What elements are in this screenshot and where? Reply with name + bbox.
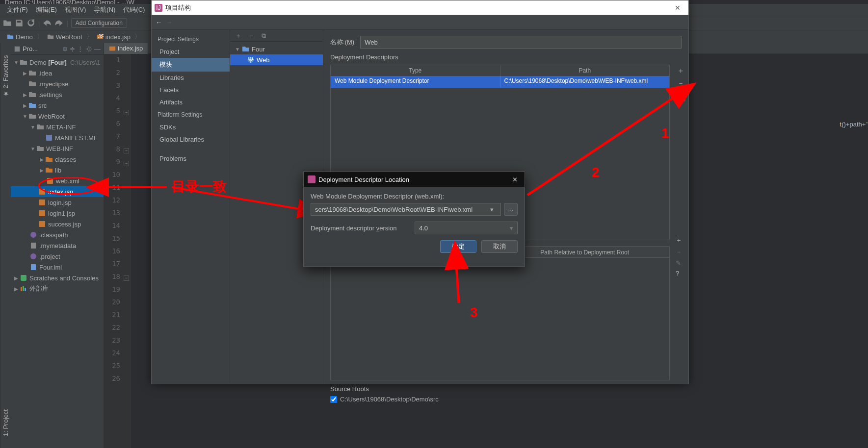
ps-nav-project[interactable]: Project — [152, 46, 230, 58]
ps-nav-sdks[interactable]: SDKs — [152, 121, 230, 133]
menu-code[interactable]: 代码(C) — [120, 4, 148, 15]
tree-myeclipse[interactable]: .myeclipse — [11, 78, 104, 89]
dd-table-row[interactable]: Web Module Deployment Descriptor C:\User… — [331, 76, 669, 88]
ddl-cancel-button[interactable]: 取消 — [481, 240, 518, 253]
ddl-titlebar[interactable]: Deployment Descriptor Location ✕ — [304, 172, 525, 187]
hide-icon[interactable]: — — [94, 45, 101, 52]
source-root-checkbox[interactable] — [330, 396, 337, 403]
svg-rect-14 — [21, 275, 26, 281]
menu-view[interactable]: 视图(V) — [62, 4, 89, 15]
dd-add-button[interactable]: ＋ — [676, 66, 685, 76]
ps-nav-global-libs[interactable]: Global Libraries — [152, 133, 230, 146]
side-tab-project[interactable]: 1: Project — [1, 401, 10, 444]
tree-settings[interactable]: ▶.settings — [11, 89, 104, 100]
tree-src[interactable]: ▶src — [11, 100, 104, 111]
ps-add-module-button[interactable]: ＋ — [235, 31, 241, 40]
project-tree[interactable]: ▼ Demo [Four] C:\Users\1 ▶.idea .myeclip… — [11, 55, 104, 296]
ps-nav-libraries[interactable]: Libraries — [152, 72, 230, 84]
tree-loginjsp[interactable]: login.jsp — [11, 197, 104, 208]
tree-scratches[interactable]: ▶Scratches and Consoles — [11, 273, 104, 283]
tree-login1jsp[interactable]: login1.jsp — [11, 208, 104, 219]
project-view-icon — [14, 46, 21, 52]
ps-nav-modules[interactable]: 模块 — [152, 58, 230, 72]
ps-module-tree[interactable]: ▼ Four Web — [230, 42, 323, 67]
gear-icon[interactable] — [85, 46, 92, 52]
tree-classpath[interactable]: .classpath — [11, 229, 104, 240]
sync-icon[interactable] — [26, 19, 35, 27]
tree-indexjsp[interactable]: index.jsp — [11, 186, 104, 197]
svg-rect-16 — [23, 286, 24, 291]
tree-project[interactable]: .project — [11, 251, 104, 262]
menu-nav[interactable]: 导航(N) — [91, 4, 118, 15]
dd-edit-button[interactable]: ✎ — [676, 92, 685, 101]
prd-help-button[interactable]: ? — [676, 270, 686, 277]
save-icon[interactable] — [15, 19, 24, 27]
redo-icon[interactable] — [54, 19, 63, 27]
side-tab-favorites[interactable]: ★ 2: Favorites — [1, 47, 10, 105]
menu-edit[interactable]: 编辑(E) — [33, 4, 60, 15]
svg-text:IJ: IJ — [156, 4, 161, 11]
add-configuration-button[interactable]: Add Configuration — [71, 18, 127, 28]
ps-name-row: 名称:(M) — [330, 36, 682, 49]
ps-close-button[interactable]: ✕ — [667, 4, 688, 12]
dd-cell-path: C:\Users\19068\Desktop\Demo\web\WEB-INF\… — [500, 76, 670, 88]
ddl-close-button[interactable]: ✕ — [505, 176, 525, 183]
project-panel: Pro... ⊕ ≑ ⋮ — ▼ Demo [Four] C:\Users\1 … — [11, 43, 104, 448]
select-opened-icon[interactable]: ⊕ — [62, 45, 68, 52]
ps-nav-artifacts[interactable]: Artifacts — [152, 96, 230, 108]
dd-remove-button[interactable]: － — [676, 79, 685, 89]
ps-module-four[interactable]: ▼ Four — [230, 44, 323, 54]
prd-body — [330, 258, 670, 380]
ps-forward-button[interactable]: → — [166, 19, 172, 26]
tree-webxml[interactable]: web.xml — [11, 175, 104, 186]
ddl-path-input[interactable]: sers\19068\Desktop\Demo\WebRoot\WEB-INF\… — [311, 203, 501, 216]
ddl-browse-button[interactable]: ... — [504, 203, 518, 216]
ps-name-label: 名称:(M) — [330, 38, 354, 47]
svg-rect-8 — [39, 210, 45, 216]
project-panel-title: Pro... — [23, 45, 60, 52]
ddl-ok-button[interactable]: 确定 — [440, 240, 476, 253]
ddl-version-label: Deployment descriptor version — [311, 224, 412, 232]
editor-tab-indexjsp[interactable]: index.jsp — [104, 43, 148, 54]
breadcrumb-root[interactable]: Demo — [4, 33, 36, 41]
tree-classes[interactable]: ▶classes — [11, 154, 104, 165]
ddl-version-row: Deployment descriptor version 4.0 ▾ — [311, 222, 518, 234]
ddl-body: Web Module Deployment Descriptor (web.xm… — [304, 187, 525, 259]
prd-remove-button[interactable]: － — [676, 248, 686, 256]
svg-rect-9 — [39, 221, 45, 227]
tree-successjsp[interactable]: success.jsp — [11, 219, 104, 229]
ddl-path-label: Web Module Deployment Descriptor (web.xm… — [311, 193, 518, 200]
source-roots-row[interactable]: C:\Users\19068\Desktop\Demo\src — [330, 396, 682, 403]
expand-icon[interactable]: ≑ — [70, 45, 75, 52]
ddl-history-dropdown[interactable]: ▾ — [487, 206, 497, 213]
tree-manifest[interactable]: MANIFEST.MF — [11, 132, 104, 143]
tree-root[interactable]: ▼ Demo [Four] C:\Users\1 — [11, 57, 104, 68]
ddl-version-select[interactable]: 4.0 ▾ — [415, 222, 518, 234]
ps-app-icon: IJ — [155, 4, 162, 12]
open-icon[interactable] — [3, 19, 12, 27]
tree-mymetadata[interactable]: .mymetadata — [11, 240, 104, 251]
ps-nav-facets[interactable]: Facets — [152, 84, 230, 96]
ps-remove-module-button[interactable]: － — [248, 31, 255, 40]
tree-idea[interactable]: ▶.idea — [11, 68, 104, 78]
breadcrumb-file[interactable]: JSP index.jsp — [94, 33, 133, 41]
ps-name-input[interactable] — [360, 36, 682, 49]
collapse-icon[interactable]: ⋮ — [77, 45, 83, 52]
ps-back-button[interactable]: ← — [156, 19, 162, 26]
ps-facet-web[interactable]: Web — [230, 54, 323, 65]
ps-nav-problems[interactable]: Problems — [152, 152, 230, 165]
undo-icon[interactable] — [43, 19, 52, 27]
prd-edit-button[interactable]: ✎ — [676, 259, 686, 267]
tree-metainf[interactable]: ▼META-INF — [11, 122, 104, 132]
tree-lib[interactable]: ▶lib — [11, 165, 104, 175]
ps-copy-module-button[interactable]: ⧉ — [262, 32, 266, 40]
tree-webinf[interactable]: ▼WEB-INF — [11, 143, 104, 154]
ps-titlebar[interactable]: IJ 项目结构 ✕ — [152, 0, 688, 15]
tree-extlib[interactable]: ▶外部库 — [11, 283, 104, 294]
tree-webroot[interactable]: ▼WebRoot — [11, 111, 104, 122]
breadcrumb-webroot[interactable]: WebRoot — [44, 33, 85, 41]
svg-rect-11 — [31, 243, 36, 249]
tree-fouriml[interactable]: Four.iml — [11, 262, 104, 273]
menu-file[interactable]: 文件(F) — [4, 4, 31, 15]
prd-add-button[interactable]: ＋ — [676, 236, 686, 245]
